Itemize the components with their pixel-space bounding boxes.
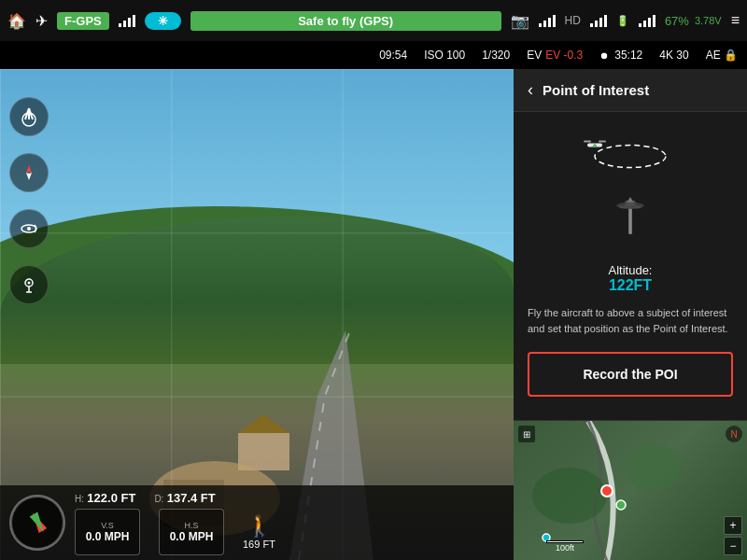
poi-illustration <box>584 135 677 243</box>
record-poi-button[interactable]: Record the POI <box>528 352 733 397</box>
video-signal-icon <box>539 14 556 27</box>
takeoff-icon <box>19 106 39 127</box>
gps-label: F-GPS <box>57 12 109 30</box>
status-bar: 🏠 ✈ F-GPS ✳ Safe to fly (GPS) 📷 HD 🔋 67%… <box>0 0 747 41</box>
svg-point-24 <box>532 468 607 524</box>
svg-rect-17 <box>599 141 606 143</box>
map-scale: 100ft <box>546 540 584 553</box>
svg-point-23 <box>616 203 644 209</box>
mini-map-svg <box>514 421 747 560</box>
battery-voltage: 3.78V <box>695 15 722 26</box>
safe-to-fly-label: Safe to fly (GPS) <box>190 11 501 31</box>
svg-marker-8 <box>26 165 32 173</box>
mini-map[interactable]: 100ft + − ⊞ N <box>514 420 747 560</box>
sub-status-bar: 09:54 ISO 100 1/320 EV EV -0.3 ⏺35:12 4K… <box>0 41 747 69</box>
orbit-icon <box>19 218 39 239</box>
takeoff-button[interactable] <box>9 97 49 136</box>
distance-display: D: 137.4 FT <box>154 491 215 505</box>
svg-point-13 <box>28 282 31 285</box>
ev-display: EV EV -0.3 <box>527 49 583 62</box>
map-compass-button[interactable]: N <box>726 426 742 442</box>
bottom-hud: H: 122.0 FT D: 137.4 FT V.S 0.0 MPH H.S <box>0 485 514 560</box>
poi-icon <box>20 275 38 294</box>
shutter-display: 1/320 <box>482 49 510 62</box>
right-panel: ‹ Point of Interest <box>514 69 747 560</box>
hud-row-1: H: 122.0 FT D: 137.4 FT <box>75 491 504 505</box>
person-height-display: 🚶 169 FT <box>243 514 275 550</box>
left-toolbar <box>9 97 49 304</box>
scale-label: 100ft <box>556 543 574 553</box>
back-button[interactable]: ‹ <box>528 80 533 100</box>
zoom-in-button[interactable]: + <box>724 516 742 535</box>
poi-button[interactable] <box>9 265 49 304</box>
map-controls: + − <box>724 516 742 555</box>
time-display: 09:54 <box>379 49 407 62</box>
iso-display: ISO 100 <box>424 49 465 62</box>
camera-feed: H: 122.0 FT D: 137.4 FT V.S 0.0 MPH H.S <box>0 69 514 560</box>
vs-display: V.S 0.0 MPH <box>75 509 140 555</box>
resolution-display: 4K 30 <box>659 49 688 62</box>
north-icon <box>20 163 38 182</box>
svg-point-11 <box>27 227 31 231</box>
battery-percent: 67% <box>665 14 689 28</box>
north-button[interactable] <box>9 153 49 192</box>
altitude-display: H: 122.0 FT <box>75 491 135 505</box>
hd-signal-icon <box>590 14 607 27</box>
svg-point-27 <box>616 500 626 510</box>
svg-point-26 <box>601 485 613 497</box>
record-time-display: ⏺35:12 <box>599 49 642 62</box>
main-content: H: 122.0 FT D: 137.4 FT V.S 0.0 MPH H.S <box>0 69 747 560</box>
poi-description: Fly the aircraft to above a subject of i… <box>528 305 733 336</box>
poi-header: ‹ Point of Interest <box>514 69 747 112</box>
hd-label: HD <box>565 14 581 27</box>
altitude-label: Altitude: <box>528 263 733 277</box>
signal-icon <box>119 14 135 27</box>
menu-icon[interactable]: ≡ <box>731 12 740 29</box>
map-grid-button[interactable]: ⊞ <box>518 426 535 442</box>
hud-stats: H: 122.0 FT D: 137.4 FT V.S 0.0 MPH H.S <box>75 491 504 555</box>
poi-marker-svg <box>612 187 649 243</box>
home-icon[interactable]: 🏠 <box>7 12 26 30</box>
svg-point-25 <box>626 444 682 491</box>
hud-row-2: V.S 0.0 MPH H.S 0.0 MPH 🚶 169 FT <box>75 509 504 555</box>
orbit-button[interactable] <box>9 209 49 248</box>
svg-point-14 <box>595 146 666 168</box>
poi-title: Point of Interest <box>543 82 649 98</box>
ae-display: AE 🔒 <box>706 49 738 62</box>
hs-display: H.S 0.0 MPH <box>159 509 224 555</box>
svg-marker-9 <box>26 173 32 180</box>
poi-content: Altitude: 122FT Fly the aircraft to abov… <box>514 112 747 420</box>
orbit-illustration-svg <box>584 135 677 191</box>
battery-signal-icon <box>639 14 655 27</box>
battery-display: 67% 3.78V <box>665 14 722 28</box>
compass <box>9 495 65 551</box>
altitude-value: 122FT <box>528 277 733 294</box>
video-icon: 📷 <box>511 12 529 30</box>
person-icon: 🚶 <box>247 514 272 539</box>
altitude-section: Altitude: 122FT <box>528 263 733 294</box>
battery-icon: 🔋 <box>616 15 629 27</box>
zoom-out-button[interactable]: − <box>724 537 742 555</box>
drone-icon: ✈ <box>35 12 48 30</box>
flight-mode-icon[interactable]: ✳ <box>145 12 181 30</box>
svg-rect-16 <box>584 141 591 143</box>
